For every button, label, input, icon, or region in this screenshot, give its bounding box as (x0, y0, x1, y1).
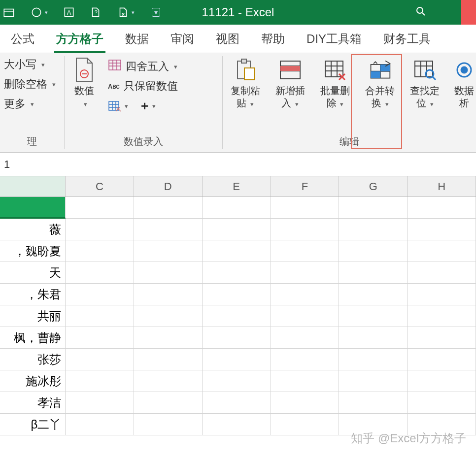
col-header-b-partial[interactable] (0, 176, 66, 197)
cell[interactable] (203, 370, 271, 392)
cell[interactable] (339, 414, 408, 435)
col-header-h[interactable]: H (408, 176, 476, 197)
cell[interactable] (271, 284, 340, 305)
col-header-g[interactable]: G (339, 176, 408, 197)
cell[interactable]: 薇 (0, 219, 66, 240)
cell[interactable]: 共丽 (0, 305, 66, 327)
cell[interactable] (66, 327, 134, 349)
qat-icon-5[interactable]: ▾ (113, 3, 138, 21)
cell[interactable] (339, 327, 408, 349)
batch-delete-button[interactable]: 批量删除 ▾ (312, 55, 357, 109)
qat-icon-1[interactable] (0, 3, 18, 21)
cell[interactable] (134, 392, 203, 414)
cell[interactable] (203, 240, 271, 262)
cell[interactable] (134, 414, 203, 435)
cell[interactable] (134, 327, 203, 349)
cell[interactable] (408, 240, 476, 262)
cell[interactable] (66, 305, 134, 327)
remove-spaces-button[interactable]: 删除空格▾ (4, 77, 60, 92)
cell[interactable] (134, 262, 203, 284)
cell[interactable]: ，魏盼夏 (0, 240, 66, 262)
avatar[interactable] (461, 0, 476, 25)
qat-icon-4[interactable]: ? (87, 3, 104, 21)
cell[interactable] (0, 197, 66, 219)
cell[interactable]: 施冰彤 (0, 370, 66, 392)
formula-bar[interactable]: 1 (0, 153, 476, 176)
cell[interactable] (271, 197, 340, 219)
tab-view[interactable]: 视图 (205, 25, 250, 53)
case-button[interactable]: 大小写▾ (4, 57, 60, 72)
merge-transform-button[interactable]: 合并转换 ▾ (358, 55, 403, 109)
cell[interactable] (203, 197, 271, 219)
cell[interactable] (408, 197, 476, 219)
cell[interactable] (271, 370, 340, 392)
find-locate-button[interactable]: 查找定位 ▾ (403, 55, 447, 109)
cell[interactable]: 天 (0, 262, 66, 284)
cell[interactable] (339, 392, 408, 414)
cell[interactable]: β二丫 (0, 414, 66, 435)
cell[interactable] (203, 219, 271, 240)
cell[interactable] (408, 414, 476, 435)
qat-overflow[interactable]: ▾ (147, 3, 165, 21)
cell[interactable] (271, 305, 340, 327)
cell[interactable] (66, 197, 134, 219)
cell[interactable] (339, 240, 408, 262)
cell[interactable] (271, 327, 340, 349)
cell[interactable] (271, 219, 340, 240)
tab-review[interactable]: 审阅 (160, 25, 205, 53)
cell[interactable] (271, 262, 340, 284)
col-header-c[interactable]: C (66, 176, 134, 197)
copy-paste-button[interactable]: 复制粘贴 ▾ (223, 55, 268, 109)
insert-button[interactable]: 新增插入 ▾ (268, 55, 312, 109)
cell[interactable] (203, 284, 271, 305)
plus-button[interactable]: + ▾ (141, 99, 156, 114)
cell[interactable] (203, 414, 271, 435)
cell[interactable] (271, 414, 340, 435)
keep-values-button[interactable]: ABC 只保留数值 (108, 79, 178, 94)
cell[interactable] (408, 262, 476, 284)
cell[interactable] (66, 219, 134, 240)
cell[interactable] (66, 240, 134, 262)
cell[interactable] (408, 219, 476, 240)
qat-icon-2[interactable]: ▾ (27, 3, 51, 21)
tab-ffgz[interactable]: 方方格子 (45, 25, 114, 53)
cell[interactable] (271, 240, 340, 262)
tab-diy[interactable]: DIY工具箱 (296, 25, 373, 53)
cell[interactable] (408, 284, 476, 305)
cell[interactable] (203, 392, 271, 414)
numeric-button[interactable]: 数值▾ (65, 55, 104, 116)
col-header-e[interactable]: E (203, 176, 271, 197)
cell[interactable] (134, 284, 203, 305)
cell[interactable] (408, 392, 476, 414)
cell[interactable] (408, 305, 476, 327)
spreadsheet-grid[interactable]: C D E F G H 薇，魏盼夏天，朱君共丽枫，曹静张莎 施冰彤孝洁β二丫 (0, 176, 476, 435)
cell[interactable]: ，朱君 (0, 284, 66, 305)
cell[interactable]: 枫，曹静 (0, 327, 66, 349)
cell[interactable] (66, 370, 134, 392)
data-analysis-button[interactable]: 数据析 (447, 55, 476, 109)
tab-data[interactable]: 数据 (114, 25, 160, 53)
cell[interactable] (66, 392, 134, 414)
cell[interactable]: 孝洁 (0, 392, 66, 414)
edit-table-button[interactable]: ▾ (108, 100, 128, 112)
cell[interactable] (66, 262, 134, 284)
cell[interactable] (408, 370, 476, 392)
col-header-d[interactable]: D (134, 176, 203, 197)
qat-icon-3[interactable]: A (60, 3, 78, 21)
cell[interactable] (66, 349, 134, 370)
more-button[interactable]: 更多▾ (4, 97, 60, 111)
cell[interactable] (66, 414, 134, 435)
tab-help[interactable]: 帮助 (250, 25, 296, 53)
cell[interactable] (134, 370, 203, 392)
tab-finance[interactable]: 财务工具 (373, 25, 442, 53)
cell[interactable] (339, 262, 408, 284)
cell[interactable] (339, 284, 408, 305)
cell[interactable] (408, 327, 476, 349)
cell[interactable] (339, 349, 408, 370)
cell[interactable] (339, 370, 408, 392)
cell[interactable]: 张莎 (0, 349, 66, 370)
cell[interactable] (271, 349, 340, 370)
tab-formula[interactable]: 公式 (0, 25, 45, 53)
cell[interactable] (339, 219, 408, 240)
cell[interactable] (203, 305, 271, 327)
